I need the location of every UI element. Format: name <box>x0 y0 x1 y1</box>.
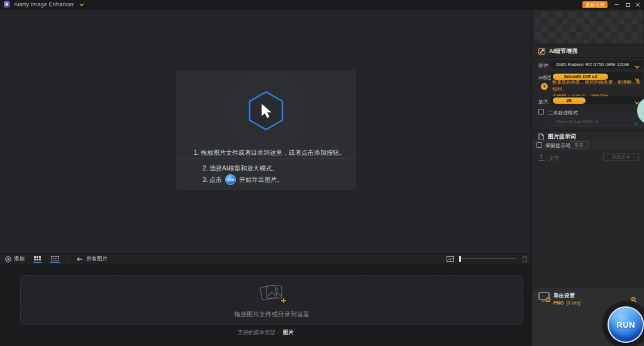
chevron-down-icon <box>635 63 640 71</box>
keep-prompt-checkbox[interactable] <box>536 142 542 148</box>
export-settings-title: 导出设置 <box>553 293 575 300</box>
text-prompt-icon: T <box>538 153 545 161</box>
instruction-step-1: 1. 拖放图片文件或者目录到这里，或者点击添加按钮。 <box>194 148 345 157</box>
all-images-filter[interactable]: 所有图片 <box>77 255 108 263</box>
import-panel: 拖放图片文件或目录到这里 支持的媒体类型：图片 <box>0 264 531 346</box>
divider <box>532 57 644 58</box>
trash-icon[interactable] <box>522 255 528 262</box>
ai-enhance-section-header: AI细节增强 <box>538 47 577 55</box>
chevron-down-icon <box>634 120 639 127</box>
text-prompt-label: 文字 <box>549 155 559 162</box>
hardware-label: 硬件 <box>538 62 548 69</box>
view-prompt-button[interactable]: 查看 <box>569 141 589 148</box>
empty-state-drop-card[interactable]: 1. 拖放图片文件或者目录到这里，或者点击添加按钮。 2. 选择AI模型和放大模… <box>176 70 356 190</box>
second-pass-label: 二次处理模式 <box>548 109 578 116</box>
close-button[interactable] <box>633 0 643 9</box>
update-available-button[interactable]: 更新可用 <box>582 1 608 8</box>
import-drop-zone[interactable]: 拖放图片文件或目录到这里 <box>20 275 523 325</box>
model-help-icon[interactable]: ? <box>541 83 548 90</box>
transparency-preview <box>535 11 643 43</box>
all-images-label: 所有图片 <box>86 255 108 263</box>
card-divider <box>176 158 356 159</box>
settings-sidebar: AI细节增强 硬件 AMD Radeon RX 6750 GRE 12GB AI… <box>531 9 644 346</box>
export-bit-depth: [8 bits] <box>566 300 580 306</box>
instruction-step-3-prefix: 3. 点击 <box>203 176 222 184</box>
minimize-icon <box>614 4 619 5</box>
slider-thumb[interactable] <box>459 256 461 262</box>
app-title: Aiarty Image Enhancer <box>14 1 74 8</box>
app-logo-icon <box>4 1 10 8</box>
grid-view-button[interactable] <box>33 255 42 263</box>
ai-enhance-title: AI细节增强 <box>549 47 577 55</box>
supported-media-value: 图片 <box>283 329 294 335</box>
minimize-button[interactable] <box>611 0 621 9</box>
drop-hint-text: 拖放图片文件或目录到这里 <box>234 310 309 319</box>
second-pass-model-value: More-Detail GAN v2 <box>557 119 599 125</box>
list-view-icon <box>51 256 59 260</box>
upscale-value-pill: 2K <box>553 98 586 104</box>
list-view-button[interactable] <box>50 255 60 263</box>
app-menu-chevron-down-icon[interactable] <box>79 3 84 6</box>
back-arrow-icon <box>77 257 83 262</box>
hardware-dropdown[interactable]: AMD Radeon RX 6750 GRE 12GB <box>551 60 643 69</box>
slider-track <box>459 259 517 259</box>
thumbnail-toolbar: 添加 所有图片 <box>0 253 531 264</box>
upscale-dropdown[interactable]: 2K <box>551 96 643 104</box>
app-window: { "titlebar": { "app_title": "Aiarty Ima… <box>0 0 644 346</box>
export-format: PNG[8 bits] <box>553 300 580 306</box>
thumbnail-size-slider[interactable] <box>459 256 517 262</box>
second-pass-checkbox[interactable] <box>538 109 544 114</box>
ai-enhance-icon <box>538 48 545 55</box>
drop-hexagon-cursor-icon <box>225 74 307 150</box>
add-photos-icon <box>257 282 286 306</box>
second-pass-model-dropdown-disabled: More-Detail GAN v2 <box>551 118 643 126</box>
keep-prompt-label: 保留提示词 <box>545 142 570 149</box>
preview-canvas: 1. 拖放图片文件或者目录到这里，或者点击添加按钮。 2. 选择AI模型和放大模… <box>0 9 531 253</box>
thumbnail-size-icon <box>447 256 454 262</box>
hardware-value: AMD Radeon RX 6750 GRE 12GB <box>556 62 629 67</box>
export-settings-icon <box>538 292 551 305</box>
toolbar-right-group <box>447 255 528 262</box>
grid-view-icon <box>34 256 41 260</box>
instruction-step-3-suffix: 开始导出图片。 <box>239 176 283 184</box>
maximize-icon <box>626 3 630 7</box>
divider <box>532 45 644 46</box>
upscale-label: 放大 <box>538 98 548 105</box>
model-description-line1: 恢复原始画质，更好的保真度，更清晰，更锐利， <box>552 79 641 92</box>
add-images-button[interactable]: 添加 <box>5 255 25 263</box>
divider <box>532 130 644 131</box>
add-circle-icon <box>5 256 11 262</box>
divider <box>532 94 644 94</box>
instruction-step-3: 3. 点击 RUN 开始导出图片。 <box>203 174 283 185</box>
instruction-step-2: 2. 选择AI模型和放大模式。 <box>203 164 279 173</box>
add-text-button[interactable]: 添加文本 <box>603 153 639 161</box>
maximize-button[interactable] <box>623 0 633 9</box>
toolbar-separator <box>69 256 69 262</box>
titlebar: Aiarty Image Enhancer 更新可用 <box>0 0 644 9</box>
supported-media-line: 支持的媒体类型：图片 <box>0 329 531 337</box>
add-button-label: 添加 <box>14 255 25 263</box>
close-icon <box>635 3 640 8</box>
keep-prompt-row: 保留提示词 查看 <box>532 140 644 150</box>
run-mini-badge-icon: RUN <box>225 174 236 185</box>
export-format-value: PNG <box>553 300 564 306</box>
run-button[interactable]: RUN <box>608 306 644 343</box>
supported-media-label: 支持的媒体类型： <box>238 329 280 335</box>
